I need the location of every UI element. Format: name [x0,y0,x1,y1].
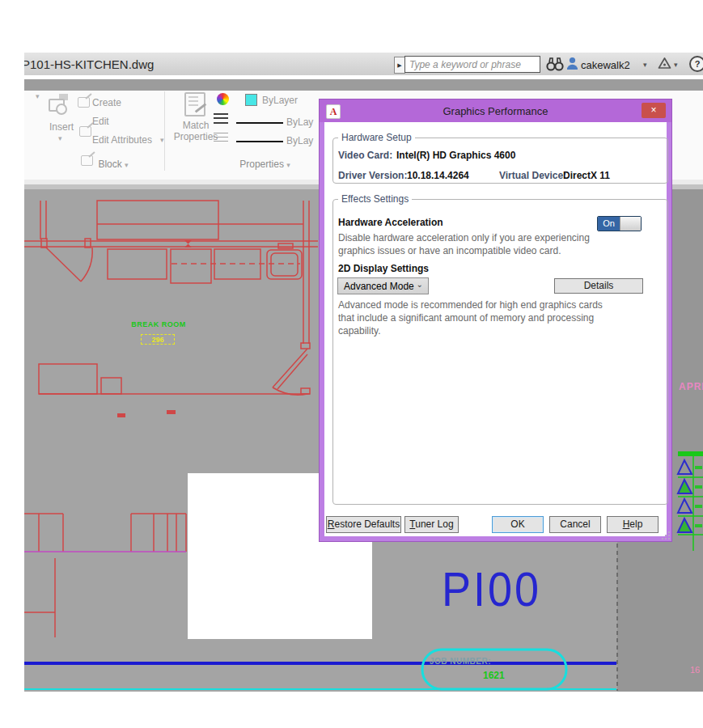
effects-settings-group: Effects Settings Hardware Acceleration O… [332,193,668,505]
create-block-icon[interactable] [78,97,90,108]
hardware-acceleration-toggle[interactable]: On [597,216,642,231]
match-properties-icon[interactable] [184,92,205,116]
linetype-sample [236,141,283,142]
ok-button[interactable]: OK [492,516,544,533]
match-properties-button[interactable]: Match [180,120,212,131]
lineweight-icon[interactable] [214,113,228,124]
match-properties-button-line2[interactable]: Properties [173,131,218,142]
block-panel-caret-icon: ▾ [125,161,129,169]
hardware-setup-group: Hardware Setup Video Card: Intel(R) HD G… [332,132,668,184]
dialog-titlebar[interactable]: A Graphics Performance × [320,99,671,122]
video-card-label: Video Card: [338,150,392,161]
bylayer-color-value[interactable]: ByLayer [262,95,298,106]
graphics-performance-dialog: A Graphics Performance × Hardware Setup … [320,99,671,541]
lineweight-sample [236,122,283,124]
bylayer-linetype-value[interactable]: ByLay [286,135,313,146]
bylayer-color-swatch[interactable] [245,94,257,106]
a360-cloud-icon[interactable] [657,57,672,70]
window-title: P101-HS-KITCHEN.dwg [24,57,154,71]
app-screen: P101-HS-KITCHEN.dwg ▶ cakewalk2 ▾ ▾ ? ▾ [0,0,703,728]
hardware-setup-legend: Hardware Setup [338,132,415,143]
user-menu-caret-icon[interactable]: ▾ [643,61,647,69]
edit-attributes-caret-icon[interactable]: ▾ [160,136,164,144]
insert-block-icon[interactable] [49,94,70,115]
display-mode-value: Advanced Mode [344,281,414,292]
insert-button[interactable]: Insert [49,121,74,133]
virtual-device-label: Virtual Device: [499,170,566,181]
driver-version-value: 10.18.14.4264 [407,170,469,181]
mode-description-3: capability. [338,325,380,336]
display-2d-heading: 2D Display Settings [338,263,429,274]
driver-version-label: Driver Version: [338,170,407,181]
toggle-handle[interactable] [620,217,641,231]
window-titlebar: P101-HS-KITCHEN.dwg ▶ cakewalk2 ▾ ▾ ? [24,53,703,75]
job-number-label: JOB NUMBER: [430,657,491,666]
a360-menu-caret-icon[interactable]: ▾ [674,61,678,69]
room-number-tag: 296 [141,334,175,345]
panel-overflow-caret-icon[interactable]: ▾ [36,92,40,100]
search-expand-button[interactable]: ▶ [394,57,405,74]
mode-description: Advanced mode is recommended for high en… [338,299,603,311]
tuner-log-button[interactable]: Tuner Log [404,516,459,533]
month-label: APRIL [679,381,703,392]
hardware-acceleration-label: Hardware Acceleration [338,217,443,228]
restore-defaults-button[interactable]: Restore Defaults [326,516,401,533]
mode-description-2: that include a significant amount of mem… [338,312,594,324]
job-number-value: 1621 [483,670,505,681]
corner-number-label: 16 [690,665,700,675]
help-button[interactable]: Help [607,516,659,533]
binoculars-search-icon[interactable] [545,56,565,73]
virtual-device-value: DirectX 11 [563,170,610,181]
search-input[interactable] [404,56,540,73]
hw-accel-description: Disable hardware acceleration only if yo… [338,232,590,243]
close-icon[interactable]: × [642,103,666,118]
create-button[interactable]: Create [92,97,121,108]
room-name-label: BREAK ROOM [126,320,191,328]
hw-accel-description-2: graphics issues or have an incompatible … [338,245,561,256]
resize-grip[interactable] [662,531,670,540]
bylayer-lineweight-value[interactable]: ByLay [286,116,313,128]
edit-attributes-button[interactable]: Edit Attributes [92,134,152,146]
sheet-number-label: PI00 [442,562,541,616]
block-panel-label[interactable]: Block ▾ [77,159,150,170]
effects-settings-legend: Effects Settings [338,193,412,205]
cancel-button[interactable]: Cancel [549,516,601,533]
display-mode-dropdown[interactable]: Advanced Mode ⌄ [337,277,429,294]
dialog-title: Graphics Performance [320,105,671,117]
panel-divider [164,91,165,171]
ribbon-tabstrip [24,79,703,91]
insert-caret-icon[interactable]: ▾ [58,134,62,142]
help-icon[interactable]: ? [689,56,703,72]
user-menu[interactable]: cakewalk2 [581,59,630,71]
color-wheel-icon[interactable] [217,93,229,105]
toggle-on-label: On [598,217,620,231]
details-button[interactable]: Details [554,278,643,294]
dropdown-caret-icon: ⌄ [417,276,423,293]
properties-panel-caret-icon: ▾ [286,161,290,169]
user-icon[interactable] [566,57,578,70]
edit-block-icon[interactable] [79,126,91,137]
properties-panel-label[interactable]: Properties ▾ [227,159,303,170]
video-card-value: Intel(R) HD Graphics 4600 [396,150,515,161]
linetype-icon[interactable] [214,133,228,142]
edit-button[interactable]: Edit [92,116,109,127]
